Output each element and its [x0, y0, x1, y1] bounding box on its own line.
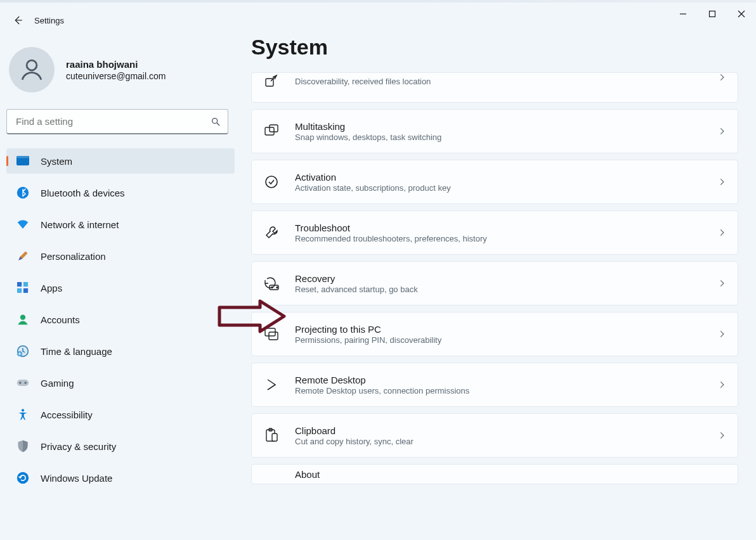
- card-nearby-sharing[interactable]: Discoverability, received files location: [251, 72, 738, 103]
- back-arrow-icon: [12, 15, 23, 26]
- card-desc: Reset, advanced startup, go back: [295, 285, 717, 294]
- chevron-right-icon: [717, 330, 726, 338]
- svg-rect-13: [23, 288, 28, 293]
- nav-list: System Bluetooth & devices Network & int…: [6, 148, 235, 491]
- check-circle-icon: [263, 174, 280, 190]
- card-title: Troubleshoot: [295, 222, 717, 233]
- bluetooth-icon: [16, 186, 29, 199]
- settings-card-list: Discoverability, received files location…: [251, 72, 738, 484]
- sidebar: raaina bhojwani cuteuniverse@gmail.com S…: [6, 44, 235, 491]
- chevron-right-icon: [717, 279, 726, 288]
- person-icon: [18, 56, 45, 83]
- sidebar-item-label: Windows Update: [41, 473, 112, 484]
- profile-block[interactable]: raaina bhojwani cuteuniverse@gmail.com: [6, 44, 235, 108]
- svg-rect-8: [16, 156, 29, 158]
- chevron-right-icon: [717, 127, 726, 136]
- card-desc: Remote Desktop users, connection permiss…: [295, 386, 717, 395]
- card-recovery[interactable]: Recovery Reset, advanced startup, go bac…: [251, 261, 738, 305]
- card-title: Multitasking: [295, 121, 717, 132]
- sidebar-item-label: Time & language: [41, 346, 112, 357]
- sidebar-item-gaming[interactable]: Gaming: [6, 370, 235, 395]
- svg-rect-1: [710, 11, 715, 17]
- sidebar-item-personalization[interactable]: Personalization: [6, 243, 235, 269]
- recovery-icon: [263, 275, 280, 292]
- apps-icon: [16, 281, 29, 294]
- card-remote-desktop[interactable]: Remote Desktop Remote Desktop users, con…: [251, 363, 738, 407]
- card-desc: Recommended troubleshooters, preferences…: [295, 234, 717, 243]
- chevron-right-icon: [717, 177, 726, 186]
- sidebar-item-label: System: [41, 156, 72, 167]
- sidebar-item-privacy-security[interactable]: Privacy & security: [6, 434, 235, 459]
- content-area: System Discoverability, received files l…: [251, 35, 738, 540]
- svg-point-4: [27, 60, 37, 70]
- chevron-right-icon: [717, 380, 726, 389]
- svg-point-28: [277, 287, 278, 288]
- sidebar-item-apps[interactable]: Apps: [6, 275, 235, 300]
- chevron-right-icon: [717, 228, 726, 237]
- user-name: raaina bhojwani: [66, 58, 166, 71]
- maximize-icon: [708, 10, 716, 18]
- sidebar-item-label: Gaming: [41, 378, 74, 389]
- search-wrap: [6, 109, 228, 134]
- page-title: System: [251, 35, 738, 60]
- gamepad-icon: [16, 376, 29, 389]
- svg-point-19: [25, 382, 27, 383]
- sidebar-item-label: Personalization: [41, 251, 106, 262]
- card-troubleshoot[interactable]: Troubleshoot Recommended troubleshooters…: [251, 210, 738, 255]
- back-button[interactable]: [5, 8, 30, 33]
- card-title: Activation: [295, 172, 717, 183]
- card-desc: Permissions, pairing PIN, discoverabilit…: [295, 335, 717, 345]
- sidebar-item-label: Privacy & security: [41, 441, 116, 452]
- clipboard-icon: [263, 427, 280, 444]
- card-about[interactable]: About: [251, 464, 738, 484]
- display-icon: [16, 155, 29, 167]
- search-input[interactable]: [6, 109, 228, 134]
- multitask-icon: [263, 123, 280, 139]
- account-icon: [16, 313, 29, 326]
- wifi-icon: [16, 218, 29, 231]
- update-icon: [16, 472, 29, 484]
- card-projecting[interactable]: Projecting to this PC Permissions, pairi…: [251, 312, 738, 356]
- card-title: Clipboard: [295, 425, 717, 436]
- brush-icon: [16, 250, 29, 262]
- card-desc: Cut and copy history, sync, clear: [295, 437, 717, 446]
- sidebar-item-accounts[interactable]: Accounts: [6, 307, 235, 332]
- svg-point-20: [22, 409, 24, 411]
- sidebar-item-system[interactable]: System: [6, 148, 235, 174]
- search-icon: [211, 117, 221, 127]
- sidebar-item-network[interactable]: Network & internet: [6, 212, 235, 237]
- sidebar-item-label: Accessibility: [41, 409, 93, 420]
- svg-rect-17: [17, 380, 29, 386]
- card-desc: Snap windows, desktops, task switching: [295, 132, 717, 142]
- svg-rect-11: [23, 282, 28, 286]
- wrench-icon: [263, 224, 280, 241]
- card-activation[interactable]: Activation Activation state, subscriptio…: [251, 160, 738, 204]
- user-email: cuteuniverse@gmail.com: [66, 71, 166, 81]
- svg-rect-33: [272, 434, 277, 441]
- maximize-button[interactable]: [698, 4, 727, 24]
- minimize-icon: [679, 10, 687, 18]
- sidebar-item-windows-update[interactable]: Windows Update: [6, 465, 235, 491]
- close-button[interactable]: [727, 4, 756, 24]
- minimize-button[interactable]: [668, 4, 698, 24]
- svg-line-6: [217, 123, 219, 125]
- svg-point-14: [20, 315, 25, 320]
- card-title: Remote Desktop: [295, 375, 717, 385]
- svg-point-18: [19, 382, 21, 383]
- avatar: [9, 47, 55, 93]
- sidebar-item-label: Bluetooth & devices: [41, 188, 125, 198]
- svg-rect-12: [17, 288, 22, 293]
- clock-icon: [16, 345, 29, 357]
- card-title: About: [295, 469, 726, 480]
- sidebar-item-time-language[interactable]: Time & language: [6, 338, 235, 364]
- close-icon: [738, 10, 745, 18]
- share-icon: [263, 73, 280, 89]
- card-clipboard[interactable]: Clipboard Cut and copy history, sync, cl…: [251, 413, 738, 458]
- chevron-right-icon: [717, 73, 726, 82]
- sidebar-item-bluetooth[interactable]: Bluetooth & devices: [6, 180, 235, 205]
- sidebar-item-label: Network & internet: [41, 219, 119, 230]
- window-controls: [668, 4, 756, 24]
- title-bar: Settings: [0, 3, 756, 38]
- sidebar-item-accessibility[interactable]: Accessibility: [6, 402, 235, 427]
- card-multitasking[interactable]: Multitasking Snap windows, desktops, tas…: [251, 109, 738, 153]
